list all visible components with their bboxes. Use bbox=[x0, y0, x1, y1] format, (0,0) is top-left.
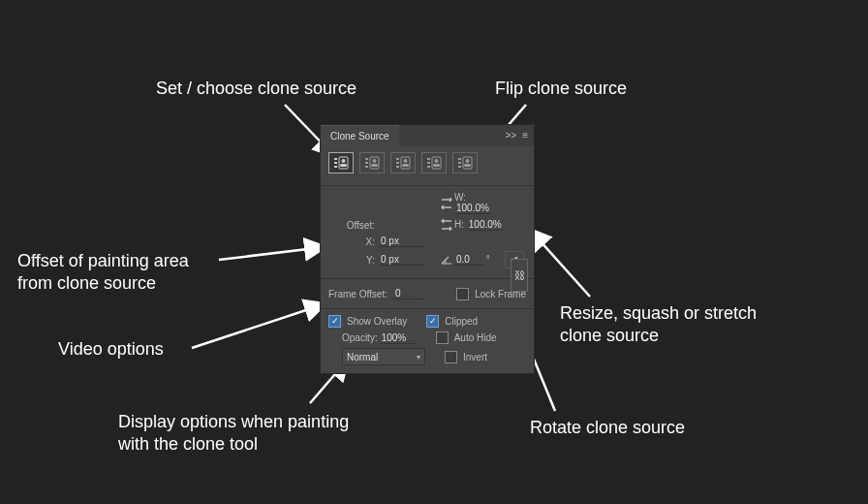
invert-check-icon bbox=[445, 351, 457, 363]
svg-rect-20 bbox=[396, 162, 399, 164]
x-field[interactable]: 0 px bbox=[379, 236, 425, 247]
flip-vertical-icon[interactable] bbox=[439, 218, 454, 232]
clone-source-3-button[interactable] bbox=[390, 152, 416, 173]
panel-header: Clone Source >> ≡ bbox=[321, 125, 534, 146]
svg-point-29 bbox=[435, 159, 439, 163]
svg-rect-26 bbox=[427, 162, 430, 164]
svg-rect-21 bbox=[396, 166, 399, 168]
svg-line-3 bbox=[192, 304, 324, 348]
auto-hide-label: Auto Hide bbox=[454, 332, 497, 343]
auto-hide-check-icon bbox=[436, 331, 449, 344]
clone-source-1-button[interactable] bbox=[328, 152, 354, 173]
svg-rect-31 bbox=[458, 158, 461, 160]
clone-source-4-button[interactable] bbox=[421, 152, 447, 173]
panel-collapse-icon[interactable]: >> bbox=[505, 131, 516, 141]
svg-rect-30 bbox=[433, 164, 440, 167]
w-field[interactable]: 100.0% bbox=[454, 203, 491, 214]
annotation-video: Video options bbox=[58, 338, 164, 361]
svg-rect-9 bbox=[334, 166, 337, 168]
clipped-check-icon: ✓ bbox=[426, 315, 439, 328]
auto-hide-checkbox[interactable]: Auto Hide bbox=[436, 331, 497, 344]
svg-rect-27 bbox=[427, 166, 430, 168]
degree-symbol: ° bbox=[486, 254, 490, 265]
svg-rect-13 bbox=[365, 158, 368, 160]
svg-point-11 bbox=[342, 159, 346, 163]
angle-icon bbox=[439, 253, 454, 267]
frame-offset-label: Frame Offset: bbox=[328, 289, 388, 299]
frame-offset-field[interactable]: 0 bbox=[393, 288, 424, 299]
lock-frame-check-icon bbox=[456, 288, 469, 300]
clipped-checkbox[interactable]: ✓ Clipped bbox=[426, 315, 478, 328]
annotation-resize-l2: clone source bbox=[560, 325, 659, 347]
svg-rect-25 bbox=[427, 158, 430, 160]
h-field[interactable]: 100.0% bbox=[467, 219, 504, 231]
chevron-down-icon: ▾ bbox=[417, 353, 420, 362]
annotation-resize-l1: Resize, squash or stretch bbox=[560, 302, 757, 325]
show-overlay-checkbox[interactable]: ✓ Show Overlay bbox=[328, 315, 407, 328]
clipped-label: Clipped bbox=[445, 316, 478, 327]
x-label: X: bbox=[328, 236, 379, 247]
y-field[interactable]: 0 px bbox=[379, 254, 425, 266]
offset-label: Offset: bbox=[328, 220, 379, 231]
panel-tab-clone-source[interactable]: Clone Source bbox=[321, 125, 399, 146]
invert-label: Invert bbox=[463, 352, 487, 362]
opacity-field[interactable]: 100% bbox=[380, 332, 417, 344]
overlay-blend-mode-select[interactable]: Normal ▾ bbox=[342, 348, 425, 365]
svg-line-5 bbox=[531, 231, 590, 297]
svg-rect-8 bbox=[334, 162, 337, 164]
annotation-set-source: Set / choose clone source bbox=[156, 78, 356, 100]
annotation-rotate: Rotate clone source bbox=[530, 417, 685, 439]
annotation-offset-l1: Offset of painting area bbox=[17, 250, 189, 272]
flip-horizontal-icon[interactable] bbox=[439, 197, 454, 210]
annotation-display-l1: Display options when painting bbox=[118, 411, 349, 433]
svg-rect-36 bbox=[464, 164, 471, 167]
invert-checkbox[interactable]: Invert bbox=[445, 348, 487, 365]
svg-point-23 bbox=[404, 159, 408, 163]
svg-rect-24 bbox=[402, 164, 409, 167]
angle-field[interactable]: 0.0 bbox=[454, 254, 483, 266]
clone-source-2-button[interactable] bbox=[359, 152, 385, 173]
svg-point-35 bbox=[466, 159, 470, 163]
svg-rect-7 bbox=[334, 158, 337, 160]
annotation-flip: Flip clone source bbox=[495, 78, 627, 100]
svg-line-2 bbox=[219, 247, 324, 260]
clone-source-panel: Clone Source >> ≡ bbox=[321, 125, 534, 373]
svg-point-17 bbox=[373, 159, 377, 163]
svg-rect-32 bbox=[458, 162, 461, 164]
h-label: H: bbox=[454, 219, 464, 230]
clone-source-5-button[interactable] bbox=[452, 152, 478, 173]
svg-rect-18 bbox=[371, 164, 378, 167]
annotation-offset-l2: from clone source bbox=[17, 272, 156, 295]
show-overlay-check-icon: ✓ bbox=[328, 315, 341, 328]
y-label: Y: bbox=[328, 255, 379, 266]
w-label: W: bbox=[454, 192, 466, 203]
svg-rect-14 bbox=[365, 162, 368, 164]
show-overlay-label: Show Overlay bbox=[347, 316, 407, 327]
overlay-blend-mode-value: Normal bbox=[347, 352, 378, 362]
svg-rect-19 bbox=[396, 158, 399, 160]
svg-rect-15 bbox=[365, 166, 368, 168]
svg-rect-33 bbox=[458, 166, 461, 168]
svg-rect-12 bbox=[340, 164, 347, 167]
link-wh-icon[interactable]: ⛓ bbox=[511, 259, 528, 292]
clone-source-selector-row bbox=[321, 146, 534, 183]
opacity-label: Opacity: bbox=[342, 332, 378, 343]
annotation-display-l2: with the clone tool bbox=[118, 433, 258, 456]
panel-menu-icon[interactable]: ≡ bbox=[522, 131, 528, 141]
